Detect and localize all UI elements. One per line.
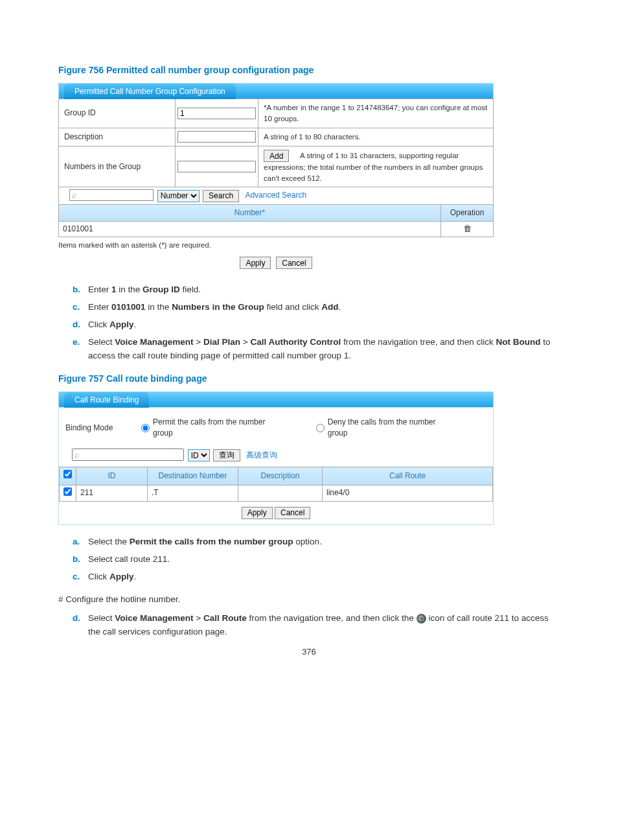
deny-radio[interactable]: [316, 424, 325, 432]
fig756-data-row: 0101001 🗑: [58, 222, 494, 237]
deny-radio-option[interactable]: Deny the calls from the number group: [316, 417, 454, 439]
steps-group-1: b. Enter 1 in the Group ID field. c. Ent…: [73, 283, 560, 363]
fig756-search-row: ⌕ Number Search Advanced Search: [58, 187, 494, 204]
header-call-route[interactable]: Call Route: [323, 467, 493, 485]
step-b2: b. Select call route 211.: [73, 553, 560, 566]
figure-757-panel: Call Route Binding Binding Mode Permit t…: [58, 391, 494, 525]
description-label: Description: [59, 128, 176, 146]
binding-mode-label: Binding Mode: [65, 423, 141, 434]
deny-radio-label: Deny the calls from the number group: [328, 417, 454, 439]
row-call-route: line4/0: [323, 485, 493, 501]
fig756-cancel-button[interactable]: Cancel: [276, 257, 312, 269]
numbers-label: Numbers in the Group: [59, 146, 176, 187]
fig756-form-table: Group ID *A number in the range 1 to 214…: [58, 99, 494, 187]
step-e: e. Select Voice Management > Dial Plan >…: [73, 336, 560, 363]
fig756-advanced-search-link[interactable]: Advanced Search: [245, 191, 306, 200]
group-id-help: *A number in the range 1 to 2147483647; …: [258, 99, 494, 128]
header-id[interactable]: ID: [76, 467, 148, 485]
page-number: 376: [0, 646, 618, 659]
fig756-apply-button[interactable]: Apply: [240, 257, 271, 269]
binding-mode-row: Binding Mode Permit the calls from the n…: [59, 408, 493, 446]
fig756-header-number[interactable]: Number*: [59, 205, 441, 221]
permit-radio-label: Permit the calls from the number group: [153, 417, 284, 439]
table-row: 211 .T line4/0: [60, 485, 493, 501]
fig756-header: Number* Operation: [58, 205, 494, 222]
group-id-input[interactable]: [177, 108, 256, 119]
step-a2: a. Select the Permit the calls from the …: [73, 535, 560, 549]
fig757-search-select[interactable]: ID: [188, 449, 210, 461]
hash-line: # Configure the hotline number.: [58, 593, 560, 606]
fig757-search-input[interactable]: [72, 449, 184, 461]
fig757-tab: Call Route Binding: [64, 392, 149, 408]
steps-group-3: d. Select Voice Management > Call Route …: [73, 612, 560, 639]
fig757-table: ID Destination Number Description Call R…: [59, 467, 493, 502]
step-c: c. Enter 0101001 in the Numbers in the G…: [73, 301, 560, 314]
row-id: 211: [76, 485, 148, 501]
row-destination: .T: [148, 485, 238, 501]
group-id-label: Group ID: [59, 99, 176, 128]
fig756-tab: Permitted Call Number Group Configuratio…: [64, 84, 236, 99]
permit-radio[interactable]: [141, 424, 150, 432]
fig757-button-row: Apply Cancel: [59, 507, 493, 519]
fig756-search-button[interactable]: Search: [203, 190, 239, 202]
required-note: Items marked with an asterisk (*) are re…: [58, 240, 494, 251]
fig757-search-button[interactable]: 查询: [213, 449, 240, 461]
header-checkbox-cell: [60, 467, 76, 485]
add-button[interactable]: Add: [264, 150, 289, 162]
fig757-titlebar: Call Route Binding: [58, 391, 494, 407]
numbers-help: A string of 1 to 31 characters, supporti…: [264, 152, 483, 182]
numbers-help-cell: Add A string of 1 to 31 characters, supp…: [258, 146, 494, 187]
fig756-button-row: Apply Cancel: [58, 256, 494, 269]
fig757-cancel-button[interactable]: Cancel: [275, 507, 310, 519]
figure-757-caption: Figure 757 Call route binding page: [58, 372, 560, 385]
header-checkbox[interactable]: [63, 470, 72, 478]
description-input[interactable]: [177, 131, 256, 143]
phone-config-icon: [417, 614, 426, 624]
fig757-apply-button[interactable]: Apply: [242, 507, 273, 519]
fig756-header-operation: Operation: [441, 205, 493, 221]
fig756-data-number: 0101001: [59, 222, 441, 237]
numbers-input[interactable]: [177, 161, 256, 172]
figure-756-caption: Figure 756 Permitted call number group c…: [58, 64, 560, 76]
fig757-search-row: ⌕ ID 查询 高级查询: [59, 446, 493, 467]
row-description: [238, 485, 323, 501]
fig756-search-input[interactable]: [69, 189, 154, 201]
permit-radio-option[interactable]: Permit the calls from the number group: [141, 417, 284, 439]
delete-icon[interactable]: 🗑: [463, 223, 472, 235]
fig757-advanced-search-link[interactable]: 高级查询: [246, 450, 277, 460]
header-destination[interactable]: Destination Number: [148, 467, 238, 485]
description-help: A string of 1 to 80 characters.: [258, 128, 494, 146]
steps-group-2: a. Select the Permit the calls from the …: [73, 535, 560, 584]
fig756-search-select[interactable]: Number: [157, 190, 200, 202]
fig756-titlebar: Permitted Call Number Group Configuratio…: [58, 83, 494, 99]
header-description[interactable]: Description: [238, 467, 323, 485]
step-d2: d. Select Voice Management > Call Route …: [73, 612, 560, 639]
step-d: d. Click Apply.: [73, 318, 560, 332]
figure-756-panel: Permitted Call Number Group Configuratio…: [58, 83, 494, 269]
step-c2: c. Click Apply.: [73, 570, 560, 584]
row-checkbox[interactable]: [63, 487, 72, 496]
step-b: b. Enter 1 in the Group ID field.: [73, 283, 560, 297]
